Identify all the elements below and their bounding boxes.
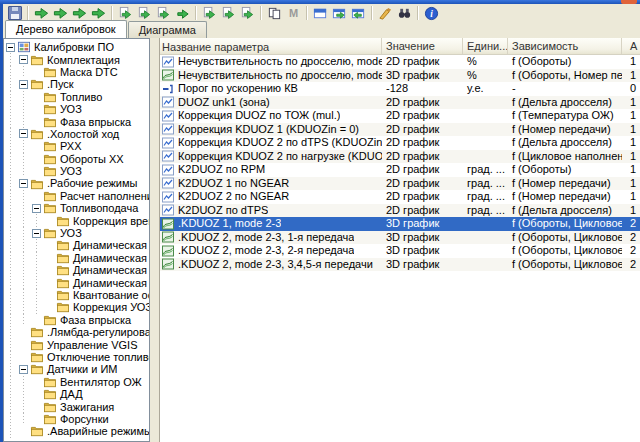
tree-item[interactable]: .Аварийные режимы: [4, 425, 149, 437]
parameter-row[interactable]: Коррекция KDUOZ 2 по dTPS (KDUOZin = 0)2…: [160, 136, 640, 150]
parameter-name: Коррекция KDUOZ 1 (KDUOZin = 0): [178, 123, 359, 137]
arrow-load-3-button[interactable]: [71, 5, 88, 21]
tree-item[interactable]: Фаза впрыска: [4, 314, 149, 326]
tree-item[interactable]: Динамическая кор: [4, 252, 149, 264]
table-header-row: Название параметраЗначениеЕдини...Зависи…: [160, 38, 640, 55]
minus-expander-icon[interactable]: [19, 179, 28, 188]
parameter-row[interactable]: .KDUOZ 2, mode 2-3, 2-я передача3D графи…: [160, 244, 640, 258]
doc-arrow-1-button[interactable]: [117, 5, 134, 21]
minus-expander-icon[interactable]: [19, 365, 28, 374]
minus-expander-icon[interactable]: [19, 129, 28, 138]
tree-item[interactable]: Маска DTC: [4, 66, 149, 78]
tree-collapse-button[interactable]: [30, 227, 43, 239]
info-button[interactable]: i: [423, 5, 440, 21]
clean-brush-button[interactable]: [377, 5, 394, 21]
tree-item[interactable]: Калибровки ПО: [4, 41, 149, 53]
arrow-small-button[interactable]: [174, 5, 191, 21]
arrow-load-2-button[interactable]: [52, 5, 69, 21]
tree-item[interactable]: Коррекция УОЗ: [4, 301, 149, 313]
binoculars-button[interactable]: [396, 5, 413, 21]
tree-item-label: Фаза впрыска: [58, 314, 131, 326]
tree-item[interactable]: .Пуск: [4, 78, 149, 90]
pane-splitter[interactable]: [150, 38, 159, 442]
arrow-load-4-button[interactable]: [90, 5, 107, 21]
save-button[interactable]: [6, 5, 23, 21]
doc-arrow-2-button[interactable]: [136, 5, 153, 21]
parameter-row[interactable]: Коррекция DUOZ по ТОЖ (mul.)2D графикf (…: [160, 109, 640, 123]
tree-indent-guide: [17, 165, 30, 177]
tree-indent-guide: [30, 239, 43, 251]
column-header-3[interactable]: Зависимость: [508, 38, 622, 54]
tree-collapse-button[interactable]: [30, 202, 43, 214]
parameter-row[interactable]: Нечувствительность по дросселю, mode0 [2…: [160, 69, 640, 83]
tree-indent-guide: [4, 239, 17, 251]
tree-item[interactable]: Датчики и ИМ: [4, 363, 149, 375]
tree-item[interactable]: УОЗ: [4, 165, 149, 177]
tree-item[interactable]: РХХ: [4, 140, 149, 152]
tree-item[interactable]: .Лямбда-регулирование: [4, 326, 149, 338]
parameter-row[interactable]: .KDUOZ 1, mode 2-33D графикf (Обороты, Ц…: [160, 217, 640, 231]
tree-collapse-button[interactable]: [17, 78, 30, 90]
parameter-row[interactable]: K2DUOZ 2 по NGEAR2D графикград. ...f (Но…: [160, 190, 640, 204]
parameter-row[interactable]: Коррекция KDUOZ 1 (KDUOZin = 0)2D график…: [160, 123, 640, 137]
window-arrow-1-button[interactable]: [331, 5, 348, 21]
arrow-load-1-button[interactable]: [33, 5, 50, 21]
window-arrow-2-button[interactable]: [350, 5, 367, 21]
minus-expander-icon[interactable]: [6, 43, 15, 52]
tree-item[interactable]: Динамическая кор: [4, 276, 149, 288]
tree-collapse-button[interactable]: [17, 177, 30, 189]
tree-item[interactable]: .Рабочие режимы: [4, 177, 149, 189]
tree-item[interactable]: Топливоподача: [4, 202, 149, 214]
tree-item[interactable]: Динамическая кор: [4, 239, 149, 251]
parameter-row[interactable]: K2DUOZ 1 по NGEAR2D графикград. ...f (Но…: [160, 177, 640, 191]
parameter-row[interactable]: .KDUOZ 2, mode 2-3, 3,4,5-я передачи3D г…: [160, 258, 640, 272]
tree-item[interactable]: ДАД: [4, 388, 149, 400]
tree-item[interactable]: Управление VGIS: [4, 338, 149, 350]
buffer-arrow-2-button[interactable]: [220, 5, 237, 21]
parameter-row[interactable]: K2DUOZ по RPM2D графикград. ...f (Оборот…: [160, 163, 640, 177]
column-header-1[interactable]: Значение: [382, 38, 463, 54]
tree-indent-guide: [4, 91, 17, 103]
doc-arrow-3-button[interactable]: [155, 5, 172, 21]
minus-expander-icon[interactable]: [19, 80, 28, 89]
tree-item[interactable]: УОЗ: [4, 103, 149, 115]
tree-item[interactable]: Динамическая кор: [4, 264, 149, 276]
merge-disabled-button[interactable]: M: [285, 5, 302, 21]
tree-item[interactable]: Комплектация: [4, 53, 149, 65]
parameter-row[interactable]: .KDUOZ 2, mode 2-3, 1-я передача3D графи…: [160, 231, 640, 245]
tree-collapse-button[interactable]: [17, 363, 30, 375]
tree-item[interactable]: Квантование осей: [4, 289, 149, 301]
tab-diagram[interactable]: Диаграмма: [128, 21, 207, 38]
tree-collapse-button[interactable]: [17, 53, 30, 65]
window-plain-button[interactable]: [312, 5, 329, 21]
column-header-2[interactable]: Едини...: [463, 38, 508, 54]
tree-collapse-button[interactable]: [4, 41, 17, 53]
tree-item[interactable]: Форсунки: [4, 413, 149, 425]
tree-item[interactable]: Фаза впрыска: [4, 115, 149, 127]
buffer-arrow-1-button[interactable]: [201, 5, 218, 21]
tab-tree[interactable]: Дерево калибровок: [5, 20, 127, 38]
minus-expander-icon[interactable]: [32, 204, 41, 213]
tree-item[interactable]: Вентилятор ОЖ: [4, 376, 149, 388]
parameter-units: град. ...: [463, 190, 508, 204]
minus-expander-icon[interactable]: [19, 55, 28, 64]
parameter-row[interactable]: Порог по ускорению КВ-128у.е.-0: [160, 82, 640, 96]
tree-item[interactable]: Коррекция времен: [4, 214, 149, 226]
tree-item[interactable]: Обороты ХХ: [4, 153, 149, 165]
tree-collapse-button[interactable]: [17, 128, 30, 140]
parameter-row[interactable]: K2DUOZ по dTPS2D графикград. ...f (Дельт…: [160, 204, 640, 218]
tree-item[interactable]: .Холостой ход: [4, 128, 149, 140]
column-header-4[interactable]: А: [622, 38, 640, 54]
parameter-row[interactable]: DUOZ unk1 (зона)2D графикf (Дельта дросс…: [160, 96, 640, 110]
copy-windows-button[interactable]: [266, 5, 283, 21]
buffer-arrow-3-button[interactable]: [239, 5, 256, 21]
tree-item[interactable]: Отключение топливопод: [4, 351, 149, 363]
tree-item[interactable]: УОЗ: [4, 227, 149, 239]
column-header-0[interactable]: Название параметра: [160, 38, 382, 54]
minus-expander-icon[interactable]: [32, 229, 41, 238]
tree-item[interactable]: Топливо: [4, 91, 149, 103]
parameter-row[interactable]: Коррекция KDUOZ 2 по нагрузке (KDUOZin =…: [160, 150, 640, 164]
tree-item[interactable]: Зажигания: [4, 400, 149, 412]
tree-item[interactable]: Расчет наполнения: [4, 190, 149, 202]
parameter-row[interactable]: Нечувствительность по дросселю, mode0 [1…: [160, 55, 640, 69]
